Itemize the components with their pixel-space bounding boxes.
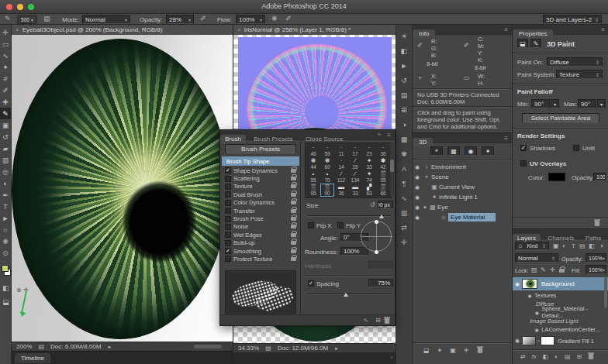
brush-option-checkbox[interactable] <box>225 208 231 214</box>
lock-icon[interactable] <box>291 193 296 197</box>
brush-option-item[interactable]: Protect Texture <box>222 255 299 263</box>
brush-tip-cell[interactable]: ▬ 33 <box>348 184 362 197</box>
brush-option-item[interactable]: Texture <box>222 183 299 191</box>
tool-button[interactable]: ⊙ <box>0 247 11 259</box>
brush-tip-cell[interactable]: ▬ 36 <box>334 184 348 197</box>
panel-menu-icon[interactable]: ≡ <box>387 132 391 139</box>
color-swatch[interactable] <box>548 173 565 181</box>
flip-x-checkbox[interactable] <box>308 222 314 228</box>
brush-option-item[interactable]: ✓ Smoothing <box>222 247 299 255</box>
lock-icon[interactable] <box>291 257 296 261</box>
circle-handle-bottom[interactable] <box>375 250 378 254</box>
filter-meshes-button[interactable]: ▦ <box>447 146 460 156</box>
brush-option-checkbox[interactable]: ✓ <box>225 248 231 254</box>
lock-icon[interactable] <box>291 184 296 188</box>
opacity-select[interactable]: 28% ▾ <box>166 15 194 24</box>
brush-tool-icon[interactable]: ✎ <box>5 15 11 22</box>
visibility-eye-icon[interactable]: ◉ <box>413 174 422 180</box>
tool-button[interactable]: ▭ <box>0 38 11 50</box>
layer-effects-icon[interactable]: fx <box>532 353 537 360</box>
layer-row-sphere-material[interactable]: ◉ Sphere_Material - Defaul... <box>513 308 605 316</box>
tool-button[interactable]: ◐ <box>0 177 11 189</box>
close-tab-icon[interactable]: × <box>16 26 19 33</box>
brush-tip-cell[interactable]: ∕ 26 <box>348 157 362 170</box>
dock-panel-icon[interactable]: ✾ <box>396 149 412 159</box>
dock-panel-icon[interactable]: ► <box>396 60 412 70</box>
spacing-slider[interactable] <box>308 294 392 295</box>
link-layers-icon[interactable]: ⇄ <box>520 353 526 360</box>
delete-layer-button[interactable] <box>588 353 594 360</box>
3d-axis-widget[interactable]: ⊕ ✛ <box>16 281 47 328</box>
visibility-eye-icon[interactable]: ◉ <box>413 215 422 221</box>
dock-panel-icon[interactable]: ✛ <box>396 237 412 247</box>
brush-option-checkbox[interactable] <box>225 224 231 230</box>
visibility-eye-icon[interactable]: ◉ <box>413 184 422 191</box>
delete-brush-icon[interactable] <box>384 318 390 325</box>
uv-opacity-select[interactable]: 100% <box>593 173 606 181</box>
visibility-eye-icon[interactable]: ◉ <box>513 281 522 287</box>
doc2-tab[interactable]: × IrisNormal @ 258% (Layer 1, RGB/8) * <box>233 25 396 35</box>
dock-panel-icon[interactable]: ⊞ <box>396 105 412 115</box>
tab-channels[interactable]: Channels <box>544 234 578 242</box>
blend-mode-select[interactable]: Normal ⇕ <box>515 253 558 263</box>
uv-overlays-checkbox[interactable] <box>520 160 527 167</box>
reset-size-icon[interactable]: ↺ <box>370 201 375 208</box>
tool-button[interactable]: ✦ <box>0 61 11 73</box>
brush-tip-cell[interactable]: · 36 <box>376 144 390 157</box>
brush-option-checkbox[interactable] <box>225 232 231 238</box>
max-field[interactable]: 90° <box>578 99 596 108</box>
brush-option-checkbox[interactable]: ✓ <box>225 167 231 173</box>
shadows-checkbox[interactable]: ✓ <box>520 145 527 151</box>
new-layer-icon[interactable]: ⊞ <box>577 353 582 360</box>
mode-select[interactable]: Normal ▾ <box>82 15 130 24</box>
tool-button[interactable]: ► <box>0 212 11 224</box>
tree-item-infinite-light[interactable]: ◉ ✦ Infinite Light 1 <box>413 192 512 202</box>
spacing-checkbox[interactable]: ✓ <box>308 280 314 287</box>
filter-materials-button[interactable]: ◉ <box>465 146 477 156</box>
min-field[interactable]: 90° <box>531 99 550 108</box>
doc1-canvas[interactable]: ⊕ ✛ <box>12 35 233 342</box>
lock-position-icon[interactable]: ✛ <box>550 266 555 273</box>
brush-tip-cell[interactable]: ▒ 95 <box>306 184 320 197</box>
size-slider-thumb[interactable] <box>379 215 384 218</box>
brush-tip-cell[interactable]: ▒ 66 <box>376 184 390 197</box>
tool-button[interactable]: ∿ <box>0 50 11 61</box>
quick-mask-button[interactable]: ◧ <box>0 282 12 294</box>
brush-option-checkbox[interactable] <box>225 184 231 190</box>
brush-option-item[interactable]: Scattering <box>222 174 299 182</box>
layer-row-background[interactable]: ◉ Background <box>513 277 608 290</box>
status-expand-icon[interactable]: ► <box>107 345 112 349</box>
brush-tip-cell[interactable]: ∕ 112 <box>334 170 348 184</box>
brush-tip-cell[interactable]: ✦ 74 <box>362 170 376 184</box>
resize-grip-icon[interactable]: ≡ <box>390 355 393 360</box>
doc1-tab[interactable]: × Eyeball3Object.psd @ 200% (Background,… <box>12 25 233 35</box>
toggle-brush-panel-icon[interactable]: ▤ <box>43 15 50 22</box>
lock-pixels-icon[interactable]: ✎ <box>541 266 546 273</box>
brush-option-item[interactable]: ✓ Shape Dynamics <box>222 167 299 174</box>
roundness-circle-control[interactable] <box>361 221 392 252</box>
paint-system-select[interactable]: Texture ⇕ <box>556 70 603 79</box>
unlit-checkbox[interactable] <box>573 145 579 151</box>
panel-menu-icon[interactable]: ≡ <box>601 26 605 33</box>
pressure-opacity-icon[interactable]: ✐ <box>200 15 206 22</box>
collapse-panel-icon[interactable]: » <box>378 132 381 137</box>
tab-properties[interactable]: Properties <box>513 29 553 38</box>
brush-option-item[interactable]: Transfer <box>222 207 299 215</box>
new-light-icon[interactable]: ✦ <box>437 347 443 354</box>
doc1-hscrollbar[interactable] <box>194 345 222 349</box>
mask-thumbnail[interactable] <box>541 336 554 345</box>
tool-button[interactable]: ✎ <box>0 108 11 119</box>
visibility-eye-icon[interactable]: ◉ <box>532 327 541 332</box>
brush-option-item[interactable]: Color Dynamics <box>222 199 299 207</box>
tool-button[interactable]: ○ <box>0 224 11 235</box>
tree-item-current-view[interactable]: ◉ ▣ Current View <box>413 182 512 192</box>
filter-adjustment-layers-icon[interactable]: ◐ <box>562 242 566 249</box>
tool-button[interactable]: ✐ <box>0 84 11 96</box>
dock-panel-icon[interactable]: ▤ <box>396 90 412 100</box>
dock-panel-icon[interactable]: ▦ <box>396 134 412 144</box>
lock-icon[interactable] <box>291 177 296 180</box>
filter-smart-objects-icon[interactable]: ◧ <box>589 242 595 249</box>
brush-tip-cell[interactable]: · 23 <box>362 144 376 157</box>
brush-option-checkbox[interactable] <box>225 176 231 182</box>
filter-lights-button[interactable]: ✦ <box>482 146 494 156</box>
